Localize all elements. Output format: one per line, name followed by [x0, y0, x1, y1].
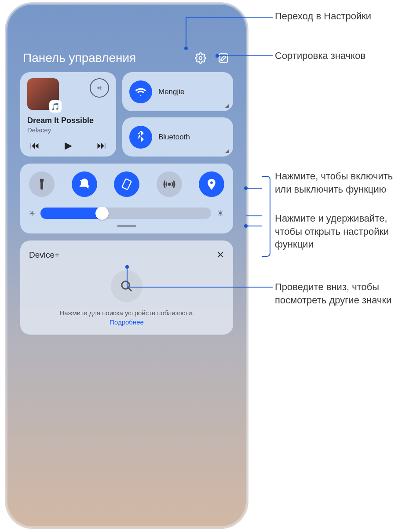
svg-point-0	[199, 57, 202, 60]
track-title: Dream It Possible	[27, 116, 109, 125]
cast-icon[interactable]	[90, 78, 109, 98]
brightness-row: ☀ ☀	[29, 208, 224, 219]
device-hint: Нажмите для поиска устройств поблизости.	[29, 309, 224, 317]
callout-line	[245, 226, 262, 226]
callout-line	[245, 188, 262, 189]
expand-handle[interactable]	[117, 225, 136, 227]
callout-line	[186, 17, 186, 47]
track-artist: Delacey	[27, 126, 109, 134]
quick-toggles-card: ☀ ☀	[20, 164, 233, 233]
svg-point-4	[122, 281, 130, 289]
brightness-high-icon: ☀	[216, 208, 224, 219]
music-controls: ⏮ ▶ ⏭	[27, 140, 109, 151]
music-app-badge-icon: 🎵	[49, 100, 62, 113]
rotation-toggle[interactable]	[114, 171, 139, 197]
callout-line	[186, 17, 273, 18]
callout-line	[218, 55, 273, 56]
callout-dot	[184, 47, 188, 50]
slider-thumb[interactable]	[95, 207, 109, 220]
wifi-icon	[129, 80, 152, 103]
callout-swipe: Проведите вниз, чтобы посмотреть другие …	[275, 281, 407, 306]
callout-sort: Сортировка значков	[275, 49, 365, 62]
callout-hold: Нажмите и удерживайте, чтобы открыть нас…	[275, 212, 407, 251]
brightness-slider[interactable]	[40, 208, 211, 219]
callout-line	[127, 287, 273, 288]
close-icon[interactable]: ✕	[216, 249, 224, 261]
callout-bracket	[262, 176, 270, 257]
callout-dot	[215, 54, 219, 58]
svg-point-3	[168, 183, 170, 186]
device-plus-title: Device+	[29, 250, 59, 260]
wifi-tile[interactable]: Mengjie	[122, 72, 233, 111]
callout-line	[246, 215, 262, 216]
callout-line	[127, 267, 128, 288]
expand-corner-icon	[225, 104, 229, 108]
bluetooth-label: Bluetooth	[158, 133, 190, 142]
edit-icon[interactable]	[216, 51, 230, 65]
expand-corner-icon	[225, 149, 229, 153]
flashlight-toggle[interactable]	[29, 171, 55, 197]
prev-track-icon[interactable]: ⏮	[30, 140, 40, 151]
panel-title: Панель управления	[23, 51, 185, 65]
next-track-icon[interactable]: ⏭	[97, 140, 106, 151]
bluetooth-tile[interactable]: Bluetooth	[122, 117, 233, 157]
album-art: 🎵	[27, 78, 59, 110]
device-plus-card: Device+ ✕ Нажмите для поиска устройств п…	[20, 240, 233, 335]
mute-toggle[interactable]	[72, 171, 97, 197]
callout-settings: Переход в Настройки	[275, 10, 371, 23]
music-card[interactable]: 🎵 Dream It Possible Delacey ⏮ ▶ ⏭	[20, 72, 116, 157]
hotspot-toggle[interactable]	[157, 171, 182, 197]
callout-dot	[125, 265, 129, 269]
svg-rect-2	[122, 179, 131, 190]
bluetooth-icon	[129, 126, 152, 149]
settings-icon[interactable]	[194, 51, 208, 65]
callout-tap: Нажмите, чтобы включить или выключить фу…	[275, 170, 407, 196]
brightness-low-icon: ☀	[29, 209, 35, 218]
location-toggle[interactable]	[199, 171, 224, 197]
play-icon[interactable]: ▶	[65, 140, 72, 151]
device-more-link[interactable]: Подробнее	[29, 318, 224, 326]
wifi-label: Mengjie	[158, 87, 185, 96]
